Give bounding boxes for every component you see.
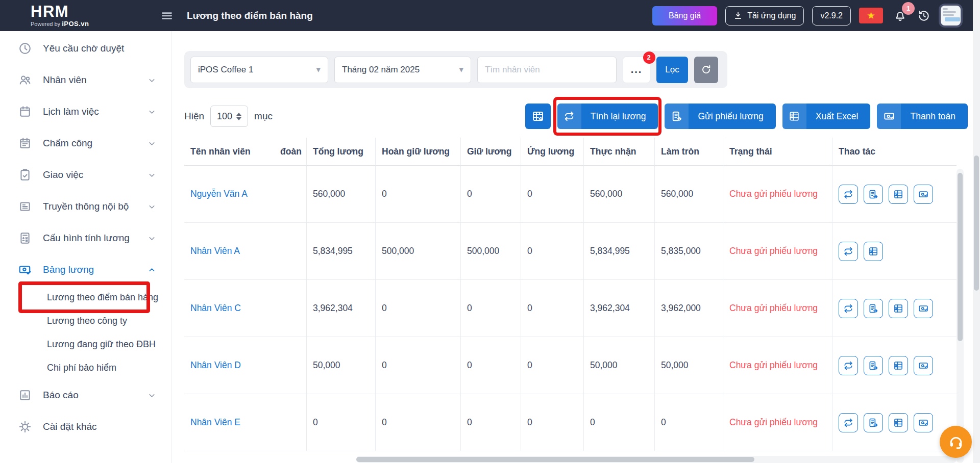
sidebar-subitem-salary-by-pos[interactable]: Lương theo điểm bán hàng [0, 286, 172, 309]
row-export-excel-button[interactable] [889, 413, 908, 432]
pricing-button[interactable]: Bảng giá [652, 6, 717, 25]
notification-count-badge: 1 [902, 2, 915, 15]
employee-name-link[interactable]: Nhân Viên D [190, 360, 241, 371]
row-payment-button[interactable] [914, 413, 933, 432]
chevron-down-icon [148, 108, 156, 116]
row-recalculate-button[interactable] [839, 185, 858, 204]
version-badge[interactable]: v2.9.2 [812, 6, 851, 25]
apply-filter-button[interactable]: Lọc [656, 57, 688, 83]
hold-cell: 0 [460, 166, 521, 223]
table-vertical-scrollbar[interactable] [957, 169, 964, 463]
sidebar-item-task-assignment[interactable]: Giao việc [0, 159, 172, 191]
calculator-icon [18, 232, 32, 245]
more-filters-count-badge: 2 [643, 52, 655, 64]
col-header-total-salary: Tổng lương [306, 138, 375, 166]
row-recalculate-button[interactable] [839, 242, 858, 261]
toolbar-actions: Tính lại lương Gửi phiếu lương Xuất Exce… [525, 104, 968, 129]
row-send-payslip-button[interactable] [864, 356, 883, 375]
row-send-payslip-button[interactable] [864, 185, 883, 204]
toolbar: Hiện 100 mục Tính lại lương [184, 104, 968, 129]
table-row: Nguyễn Văn A560,000000560,000560,000Chưa… [184, 166, 957, 223]
employee-name-link[interactable]: Nhân Viên E [190, 417, 240, 428]
row-actions-cell [832, 337, 957, 394]
download-app-button[interactable]: Tải ứng dụng [725, 6, 804, 25]
stepper-arrows-icon [236, 113, 241, 120]
logo-powered-by: Powered by [31, 21, 60, 27]
sidebar-item-timekeeping[interactable]: Chấm công [0, 127, 172, 159]
employee-name-link: Nhân Viên D [184, 337, 276, 394]
employee-name-link[interactable]: Nhân Viên A [190, 246, 240, 256]
logo-title: HRM [31, 4, 153, 19]
payment-button[interactable]: Thanh toán [877, 104, 968, 129]
row-send-payslip-button[interactable] [864, 299, 883, 318]
status-text: Chưa gửi phiếu lương [723, 223, 832, 280]
sidebar-subitem-salary-held-by-pos[interactable]: Lương đang giữ theo ĐBH [0, 332, 172, 356]
sidebar-item-work-schedule[interactable]: Lịch làm việc [0, 96, 172, 127]
menu-icon[interactable] [160, 9, 174, 22]
sidebar-item-pending-requests[interactable]: Yêu cầu chờ duyệt [0, 33, 172, 64]
sidebar-item-salary-config[interactable]: Cấu hình tính lương [0, 222, 172, 254]
row-payment-button[interactable] [914, 356, 933, 375]
reset-filter-button[interactable] [694, 57, 718, 83]
user-avatar[interactable] [939, 4, 963, 28]
bar-chart-icon [18, 389, 32, 402]
net-cell: 3,962,304 [583, 280, 654, 337]
month-select[interactable]: Tháng 02 năm 2025 ▾ [334, 57, 471, 83]
employee-name-link: Nhân Viên A [184, 223, 276, 280]
table-horizontal-scrollbar[interactable] [356, 456, 957, 463]
sidebar-item-employees[interactable]: Nhân viên [0, 64, 172, 96]
clipboard-check-icon [18, 168, 32, 182]
row-payment-button[interactable] [914, 299, 933, 318]
chevron-up-icon [148, 266, 156, 274]
sidebar-item-internal-comms[interactable]: Truyền thông nội bộ [0, 191, 172, 222]
page-size-stepper[interactable]: 100 [210, 106, 248, 127]
employee-name-link[interactable]: Nguyễn Văn A [190, 189, 248, 199]
table-horizontal-scrollbar-thumb[interactable] [356, 457, 754, 462]
store-select[interactable]: iPOS Coffee 1 ▾ [190, 57, 328, 83]
page-vertical-scrollbar-thumb[interactable] [974, 156, 979, 291]
export-excel-button[interactable]: Xuất Excel [782, 104, 871, 129]
status-text: Chưa gửi phiếu lương [729, 303, 818, 314]
sidebar-item-payroll[interactable]: Bảng lương [0, 254, 172, 286]
advance-cell: 0 [521, 337, 583, 394]
sidebar-subitem-insurance-cost[interactable]: Chi phí bảo hiểm [0, 356, 172, 379]
send-payslip-icon [665, 104, 689, 129]
calendar-icon [18, 105, 32, 118]
net-cell: 5,834,995 [583, 223, 654, 280]
row-recalculate-button[interactable] [839, 413, 858, 432]
send-payslip-button[interactable]: Gửi phiếu lương [665, 104, 775, 129]
column-settings-button[interactable] [525, 104, 551, 129]
row-export-excel-button[interactable] [889, 185, 908, 204]
money-check-icon [877, 104, 901, 129]
row-payment-button[interactable] [914, 185, 933, 204]
col-header-advance: Ứng lương [521, 138, 583, 166]
table-vertical-scrollbar-thumb[interactable] [958, 173, 963, 341]
support-chat-button[interactable] [940, 426, 972, 458]
sidebar-item-reports[interactable]: Báo cáo [0, 379, 172, 411]
total-salary-cell: 0 [306, 394, 375, 451]
vietnam-flag-icon[interactable]: ★ [859, 8, 883, 23]
row-export-excel-button[interactable] [889, 299, 908, 318]
filter-panel: iPOS Coffee 1 ▾ Tháng 02 năm 2025 ▾ ... … [184, 51, 727, 88]
sidebar-subitem-salary-by-company[interactable]: Lương theo công ty [0, 309, 172, 332]
status-text: Chưa gửi phiếu lương [729, 246, 818, 256]
caret-down-icon: ▾ [459, 64, 463, 75]
row-recalculate-button[interactable] [839, 299, 858, 318]
employee-search-input[interactable] [477, 57, 617, 83]
status-text: Chưa gửi phiếu lương [729, 360, 818, 371]
employee-name-link[interactable]: Nhân Viên C [190, 303, 241, 314]
history-button[interactable] [917, 9, 930, 22]
row-send-payslip-button[interactable] [864, 413, 883, 432]
page-vertical-scrollbar[interactable] [973, 0, 980, 463]
more-filters-button[interactable]: ... 2 [623, 57, 650, 83]
sidebar-item-other-settings[interactable]: Cài đặt khác [0, 411, 172, 443]
refund-hold-cell: 0 [375, 166, 460, 223]
row-recalculate-button[interactable] [839, 356, 858, 375]
row-export-excel-button[interactable] [889, 356, 908, 375]
chevron-down-icon [148, 139, 156, 148]
notifications-button[interactable]: 1 [891, 7, 909, 24]
payroll-money-check-icon [18, 263, 32, 276]
recalculate-salary-button[interactable]: Tính lại lương [557, 104, 658, 129]
row-export-excel-button[interactable] [864, 242, 883, 261]
refund-hold-cell: 0 [375, 394, 460, 451]
